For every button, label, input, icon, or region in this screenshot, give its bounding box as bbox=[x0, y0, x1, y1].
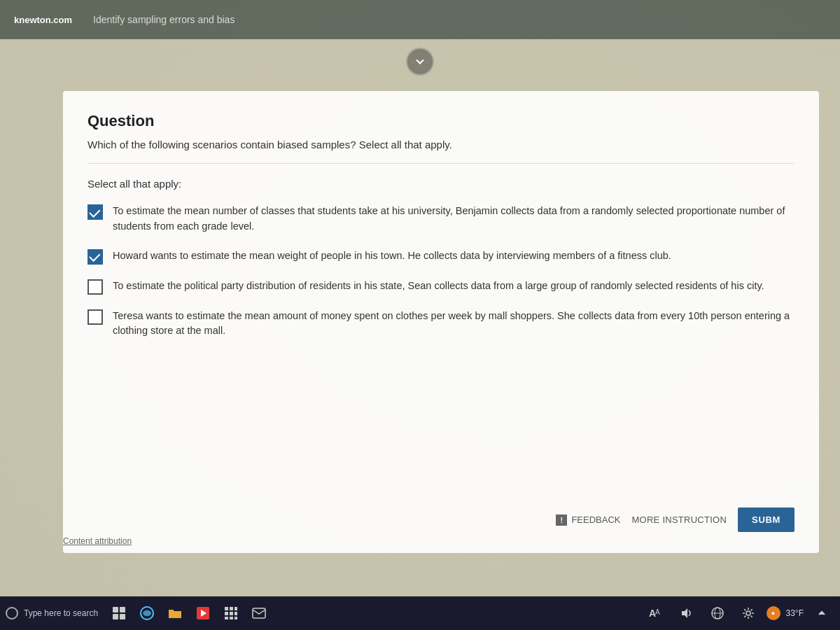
network-button[interactable] bbox=[705, 601, 730, 626]
feedback-icon: ! bbox=[556, 514, 567, 526]
submit-button[interactable]: SUBM bbox=[738, 507, 794, 532]
svg-rect-3 bbox=[120, 614, 125, 620]
gear-icon bbox=[742, 607, 755, 620]
audio-button[interactable] bbox=[674, 601, 699, 626]
svg-rect-10 bbox=[225, 612, 228, 615]
option-item-4: Teresa wants to estimate the mean amount… bbox=[88, 309, 794, 340]
email-icon bbox=[252, 608, 266, 619]
search-circle-icon bbox=[6, 607, 18, 620]
speaker-icon bbox=[680, 607, 693, 620]
svg-point-22 bbox=[746, 611, 750, 615]
svg-rect-11 bbox=[230, 612, 233, 615]
text-icon: A A bbox=[648, 607, 664, 620]
question-text: Which of the following scenarios contain… bbox=[88, 139, 794, 164]
temperature-display: 33°F bbox=[786, 608, 804, 618]
media-icon bbox=[196, 606, 210, 620]
select-label: Select all that apply: bbox=[88, 178, 794, 190]
svg-rect-13 bbox=[225, 617, 228, 620]
option-item-2: Howard wants to estimate the mean weight… bbox=[88, 248, 794, 265]
chevron-down-icon bbox=[413, 55, 427, 69]
content-attribution[interactable]: Content attribution bbox=[63, 536, 132, 546]
question-card: Question Which of the following scenario… bbox=[63, 91, 819, 553]
email-button[interactable] bbox=[246, 601, 272, 626]
chevron-down-button[interactable] bbox=[406, 48, 434, 76]
top-bar-heading: Identify sampling errors and bias bbox=[93, 14, 234, 25]
svg-rect-8 bbox=[230, 607, 233, 610]
checkbox-2[interactable] bbox=[88, 249, 103, 265]
option-text-1: To estimate the mean number of classes t… bbox=[113, 204, 794, 234]
svg-rect-7 bbox=[225, 607, 228, 610]
svg-rect-12 bbox=[234, 612, 237, 615]
system-tray-expand-button[interactable] bbox=[809, 601, 834, 626]
svg-rect-9 bbox=[234, 607, 237, 610]
top-bar: knewton.com Identify sampling errors and… bbox=[0, 0, 840, 39]
option-text-4: Teresa wants to estimate the mean amount… bbox=[113, 309, 794, 340]
taskbar: Type here to search bbox=[0, 596, 840, 630]
taskbar-search-label[interactable]: Type here to search bbox=[24, 608, 98, 618]
option-text-3: To estimate the political party distribu… bbox=[113, 279, 764, 294]
chevron-up-icon bbox=[818, 609, 826, 617]
question-title: Question bbox=[88, 112, 794, 130]
grid-icon bbox=[225, 607, 237, 620]
checkbox-3[interactable] bbox=[88, 279, 103, 295]
notification-badge[interactable]: ● bbox=[766, 606, 780, 620]
more-instruction-button[interactable]: MORE INSTRUCTION bbox=[632, 514, 727, 525]
taskbar-search-area: Type here to search bbox=[6, 607, 98, 620]
option-item-3: To estimate the political party distribu… bbox=[88, 279, 794, 295]
feedback-button[interactable]: ! FEEDBACK bbox=[556, 514, 620, 526]
feedback-label: FEEDBACK bbox=[571, 514, 620, 525]
option-text-2: Howard wants to estimate the mean weight… bbox=[113, 248, 671, 264]
svg-rect-2 bbox=[113, 614, 118, 620]
taskbar-right: A A ● 3 bbox=[643, 601, 834, 626]
svg-rect-0 bbox=[113, 607, 118, 612]
settings-button[interactable] bbox=[736, 601, 761, 626]
svg-text:A: A bbox=[655, 608, 660, 616]
checkbox-1[interactable] bbox=[88, 204, 103, 220]
app-grid-button[interactable] bbox=[218, 601, 244, 626]
option-item-1: To estimate the mean number of classes t… bbox=[88, 204, 794, 234]
file-explorer-button[interactable] bbox=[162, 601, 188, 626]
svg-rect-14 bbox=[230, 617, 233, 620]
media-player-button[interactable] bbox=[190, 601, 216, 626]
task-view-icon bbox=[113, 607, 125, 620]
globe-icon bbox=[711, 607, 724, 620]
svg-rect-1 bbox=[120, 607, 125, 612]
task-view-button[interactable] bbox=[106, 601, 132, 626]
footer-bar: ! FEEDBACK MORE INSTRUCTION SUBM bbox=[88, 496, 794, 532]
text-size-button[interactable]: A A bbox=[643, 601, 668, 626]
edge-icon bbox=[140, 606, 154, 620]
edge-browser-button[interactable] bbox=[134, 601, 160, 626]
checkbox-4[interactable] bbox=[88, 309, 103, 325]
svg-rect-16 bbox=[253, 608, 265, 618]
logo: knewton.com bbox=[14, 15, 72, 25]
options-list: To estimate the mean number of classes t… bbox=[88, 204, 794, 482]
folder-icon bbox=[168, 607, 182, 620]
svg-rect-15 bbox=[234, 617, 237, 620]
